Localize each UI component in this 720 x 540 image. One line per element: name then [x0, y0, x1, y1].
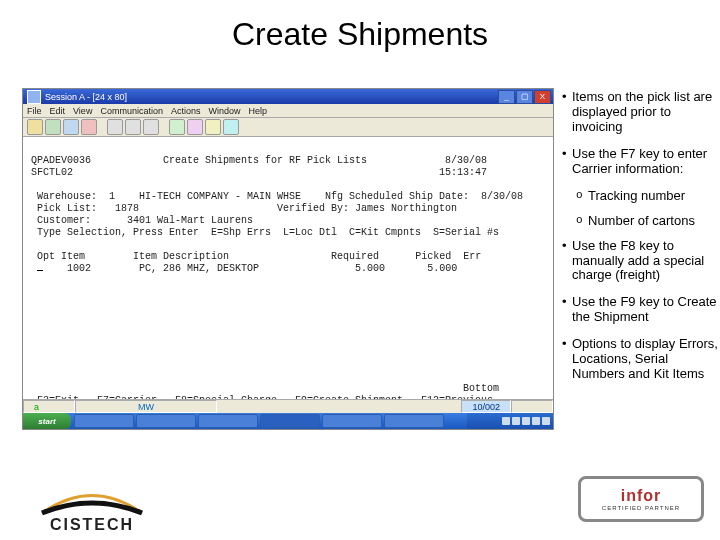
status-mw: MW	[75, 400, 217, 413]
toolbar-icon[interactable]	[125, 119, 141, 135]
taskbar-item[interactable]	[136, 414, 196, 428]
toolbar-icon[interactable]	[169, 119, 185, 135]
device-id: QPADEV0036	[31, 155, 91, 166]
close-button[interactable]: X	[534, 90, 551, 104]
system-tray	[467, 413, 553, 429]
toolbar-icon[interactable]	[81, 119, 97, 135]
toolbar-icon[interactable]	[143, 119, 159, 135]
line-warehouse: Warehouse: 1 HI-TECH COMPANY - MAIN WHSE…	[31, 191, 523, 202]
slide-title: Create Shipments	[0, 16, 720, 53]
toolbar	[23, 118, 553, 137]
tray-icon[interactable]	[522, 417, 530, 425]
menu-edit[interactable]: Edit	[50, 106, 66, 116]
taskbar-buttons	[71, 414, 467, 428]
taskbar-item[interactable]	[384, 414, 444, 428]
terminal-screen: QPADEV0036 Create Shipments for RF Pick …	[23, 137, 553, 423]
menu-bar: File Edit View Communication Actions Win…	[23, 104, 553, 118]
toolbar-icon[interactable]	[205, 119, 221, 135]
bullet-item: Options to display Errors, Locations, Se…	[562, 337, 718, 382]
infor-logo: infor CERTIFIED PARTNER	[578, 476, 704, 522]
bullet-list: Items on the pick list are displayed pri…	[562, 90, 718, 394]
col-picked: Picked Err	[415, 251, 481, 262]
line-picklist: Pick List: 1878 Verified By: James North…	[31, 203, 457, 214]
taskbar-item[interactable]	[322, 414, 382, 428]
row-picked: 5.000	[427, 263, 457, 274]
status-bar: a MW 10/002	[23, 399, 553, 413]
menu-help[interactable]: Help	[248, 106, 267, 116]
bullet-item: Use the F8 key to manually add a special…	[562, 239, 718, 284]
status-cursor-pos: 10/002	[461, 400, 511, 413]
bullet-item: Use the F9 key to Create the Shipment	[562, 295, 718, 325]
col-required: Required	[331, 251, 379, 262]
slide: Create Shipments Session A - [24 x 80] _…	[0, 0, 720, 540]
infor-subtext: CERTIFIED PARTNER	[602, 505, 680, 511]
tray-icon[interactable]	[532, 417, 540, 425]
bottom-indicator: Bottom	[463, 383, 499, 394]
taskbar-item[interactable]	[198, 414, 258, 428]
toolbar-icon[interactable]	[63, 119, 79, 135]
cistech-text: CISTECH	[50, 516, 134, 534]
toolbar-icon[interactable]	[107, 119, 123, 135]
sub-bullet-item: Tracking number	[562, 189, 718, 204]
sub-bullet-item: Number of cartons	[562, 214, 718, 229]
window-controls: _ ▢ X	[497, 90, 551, 104]
window-title: Session A - [24 x 80]	[45, 92, 497, 102]
col-desc: Item Description	[133, 251, 229, 262]
status-box	[511, 400, 553, 413]
bullet-item: Use the F7 key to enter Carrier informat…	[562, 147, 718, 177]
row-item: 1002	[43, 263, 91, 274]
row-required: 5.000	[355, 263, 385, 274]
taskbar-item[interactable]	[74, 414, 134, 428]
menu-view[interactable]: View	[73, 106, 92, 116]
toolbar-icon[interactable]	[45, 119, 61, 135]
menu-actions[interactable]: Actions	[171, 106, 201, 116]
program-id: SFCTL02	[31, 167, 73, 178]
app-icon	[27, 90, 41, 104]
windows-taskbar: start	[23, 413, 553, 429]
status-a: a	[23, 400, 75, 413]
bullet-item: Items on the pick list are displayed pri…	[562, 90, 718, 135]
line-customer: Customer: 3401 Wal-Mart Laurens	[31, 215, 253, 226]
start-button[interactable]: start	[23, 413, 71, 429]
window-titlebar: Session A - [24 x 80] _ ▢ X	[23, 89, 553, 104]
tray-icon[interactable]	[512, 417, 520, 425]
date: 8/30/08	[445, 155, 487, 166]
minimize-button[interactable]: _	[498, 90, 515, 104]
maximize-button[interactable]: ▢	[516, 90, 533, 104]
menu-file[interactable]: File	[27, 106, 42, 116]
menu-communication[interactable]: Communication	[100, 106, 163, 116]
tray-icon[interactable]	[542, 417, 550, 425]
cistech-arc-icon	[37, 488, 147, 516]
col-opt-item: Opt Item	[37, 251, 85, 262]
time: 15:13:47	[439, 167, 487, 178]
screen-title: Create Shipments for RF Pick Lists	[163, 155, 367, 166]
toolbar-icon[interactable]	[187, 119, 203, 135]
menu-window[interactable]: Window	[208, 106, 240, 116]
infor-text: infor	[621, 487, 662, 505]
line-instructions: Type Selection, Press Enter E=Shp Errs L…	[31, 227, 499, 238]
toolbar-icon[interactable]	[27, 119, 43, 135]
toolbar-icon[interactable]	[223, 119, 239, 135]
cistech-logo: CISTECH	[22, 484, 162, 534]
taskbar-item-active[interactable]	[260, 414, 320, 428]
row-desc: PC, 286 MHZ, DESKTOP	[139, 263, 259, 274]
tray-icon[interactable]	[502, 417, 510, 425]
screenshot-window: Session A - [24 x 80] _ ▢ X File Edit Vi…	[22, 88, 554, 430]
